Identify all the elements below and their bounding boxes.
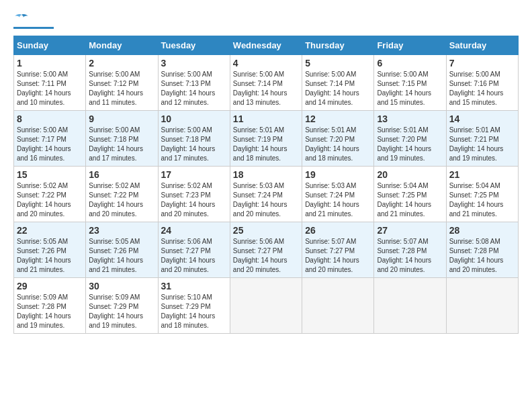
logo — [13, 13, 54, 29]
logo-underline — [13, 27, 54, 29]
day-info: Sunrise: 5:03 AM Sunset: 7:24 PM Dayligh… — [233, 181, 299, 219]
calendar-table: SundayMondayTuesdayWednesdayThursdayFrid… — [13, 36, 519, 334]
day-info: Sunrise: 5:00 AM Sunset: 7:18 PM Dayligh… — [89, 126, 154, 163]
day-number: 3 — [161, 58, 227, 68]
calendar-cell: 17 Sunrise: 5:02 AM Sunset: 7:23 PM Dayl… — [158, 167, 230, 222]
day-info: Sunrise: 5:00 AM Sunset: 7:15 PM Dayligh… — [377, 70, 443, 107]
day-info: Sunrise: 5:00 AM Sunset: 7:14 PM Dayligh… — [233, 70, 299, 107]
calendar-cell: 6 Sunrise: 5:00 AM Sunset: 7:15 PM Dayli… — [374, 55, 446, 111]
day-number: 14 — [449, 113, 515, 124]
day-info: Sunrise: 5:00 AM Sunset: 7:11 PM Dayligh… — [17, 70, 83, 107]
calendar-cell: 10 Sunrise: 5:00 AM Sunset: 7:18 PM Dayl… — [158, 111, 230, 167]
logo-bird-icon — [14, 13, 29, 26]
day-info: Sunrise: 5:01 AM Sunset: 7:20 PM Dayligh… — [377, 126, 443, 163]
calendar-cell: 22 Sunrise: 5:05 AM Sunset: 7:26 PM Dayl… — [14, 222, 86, 278]
day-info: Sunrise: 5:05 AM Sunset: 7:26 PM Dayligh… — [17, 237, 83, 275]
calendar-cell: 28 Sunrise: 5:08 AM Sunset: 7:28 PM Dayl… — [446, 222, 518, 278]
day-number: 18 — [233, 169, 299, 180]
day-number: 6 — [377, 58, 443, 68]
calendar-week-1: 1 Sunrise: 5:00 AM Sunset: 7:11 PM Dayli… — [14, 55, 519, 111]
day-number: 1 — [17, 58, 83, 68]
day-number: 10 — [161, 113, 227, 124]
calendar-cell: 15 Sunrise: 5:02 AM Sunset: 7:22 PM Dayl… — [14, 167, 86, 222]
day-number: 16 — [89, 169, 154, 180]
day-info: Sunrise: 5:04 AM Sunset: 7:25 PM Dayligh… — [449, 181, 515, 219]
day-info: Sunrise: 5:02 AM Sunset: 7:22 PM Dayligh… — [89, 181, 154, 219]
calendar-cell — [374, 278, 446, 334]
day-info: Sunrise: 5:00 AM Sunset: 7:18 PM Dayligh… — [161, 126, 227, 163]
day-number: 23 — [89, 225, 154, 236]
calendar-header-thursday: Thursday — [302, 36, 374, 55]
calendar-cell: 5 Sunrise: 5:00 AM Sunset: 7:14 PM Dayli… — [302, 55, 374, 111]
calendar-cell: 9 Sunrise: 5:00 AM Sunset: 7:18 PM Dayli… — [86, 111, 158, 167]
calendar-cell: 4 Sunrise: 5:00 AM Sunset: 7:14 PM Dayli… — [230, 55, 302, 111]
day-number: 17 — [161, 169, 227, 180]
calendar-week-3: 15 Sunrise: 5:02 AM Sunset: 7:22 PM Dayl… — [14, 167, 519, 222]
calendar-cell: 7 Sunrise: 5:00 AM Sunset: 7:16 PM Dayli… — [446, 55, 518, 111]
day-info: Sunrise: 5:09 AM Sunset: 7:28 PM Dayligh… — [17, 293, 83, 330]
calendar-cell: 26 Sunrise: 5:07 AM Sunset: 7:27 PM Dayl… — [302, 222, 374, 278]
day-number: 9 — [89, 113, 154, 124]
day-info: Sunrise: 5:01 AM Sunset: 7:20 PM Dayligh… — [305, 126, 371, 163]
calendar-cell: 1 Sunrise: 5:00 AM Sunset: 7:11 PM Dayli… — [14, 55, 86, 111]
calendar-cell: 13 Sunrise: 5:01 AM Sunset: 7:20 PM Dayl… — [374, 111, 446, 167]
calendar-week-2: 8 Sunrise: 5:00 AM Sunset: 7:17 PM Dayli… — [14, 111, 519, 167]
calendar-cell: 16 Sunrise: 5:02 AM Sunset: 7:22 PM Dayl… — [86, 167, 158, 222]
calendar-cell: 14 Sunrise: 5:01 AM Sunset: 7:21 PM Dayl… — [446, 111, 518, 167]
calendar-week-4: 22 Sunrise: 5:05 AM Sunset: 7:26 PM Dayl… — [14, 222, 519, 278]
calendar-cell: 12 Sunrise: 5:01 AM Sunset: 7:20 PM Dayl… — [302, 111, 374, 167]
day-info: Sunrise: 5:04 AM Sunset: 7:25 PM Dayligh… — [377, 181, 443, 219]
day-number: 25 — [233, 225, 299, 236]
calendar-cell: 20 Sunrise: 5:04 AM Sunset: 7:25 PM Dayl… — [374, 167, 446, 222]
calendar-cell: 18 Sunrise: 5:03 AM Sunset: 7:24 PM Dayl… — [230, 167, 302, 222]
calendar-header-monday: Monday — [86, 36, 158, 55]
day-number: 12 — [305, 113, 371, 124]
calendar-week-5: 29 Sunrise: 5:09 AM Sunset: 7:28 PM Dayl… — [14, 278, 519, 334]
page-header — [13, 13, 519, 29]
calendar-cell: 25 Sunrise: 5:06 AM Sunset: 7:27 PM Dayl… — [230, 222, 302, 278]
calendar-header-wednesday: Wednesday — [230, 36, 302, 55]
day-info: Sunrise: 5:06 AM Sunset: 7:27 PM Dayligh… — [161, 237, 227, 275]
day-info: Sunrise: 5:02 AM Sunset: 7:23 PM Dayligh… — [161, 181, 227, 219]
calendar-cell: 30 Sunrise: 5:09 AM Sunset: 7:29 PM Dayl… — [86, 278, 158, 334]
day-info: Sunrise: 5:01 AM Sunset: 7:21 PM Dayligh… — [449, 126, 515, 163]
calendar-cell: 19 Sunrise: 5:03 AM Sunset: 7:24 PM Dayl… — [302, 167, 374, 222]
day-number: 4 — [233, 58, 299, 68]
calendar-cell: 11 Sunrise: 5:01 AM Sunset: 7:19 PM Dayl… — [230, 111, 302, 167]
day-info: Sunrise: 5:10 AM Sunset: 7:29 PM Dayligh… — [161, 293, 227, 330]
day-number: 27 — [377, 225, 443, 236]
day-number: 31 — [161, 281, 227, 291]
day-info: Sunrise: 5:09 AM Sunset: 7:29 PM Dayligh… — [89, 293, 154, 330]
day-info: Sunrise: 5:00 AM Sunset: 7:16 PM Dayligh… — [449, 70, 515, 107]
calendar-cell: 24 Sunrise: 5:06 AM Sunset: 7:27 PM Dayl… — [158, 222, 230, 278]
calendar-cell: 23 Sunrise: 5:05 AM Sunset: 7:26 PM Dayl… — [86, 222, 158, 278]
day-number: 21 — [449, 169, 515, 180]
day-info: Sunrise: 5:00 AM Sunset: 7:17 PM Dayligh… — [17, 126, 83, 163]
day-info: Sunrise: 5:01 AM Sunset: 7:19 PM Dayligh… — [233, 126, 299, 163]
day-number: 20 — [377, 169, 443, 180]
day-number: 22 — [17, 225, 83, 236]
calendar-cell — [446, 278, 518, 334]
day-number: 5 — [305, 58, 371, 68]
calendar-cell — [302, 278, 374, 334]
day-number: 2 — [89, 58, 154, 68]
day-info: Sunrise: 5:02 AM Sunset: 7:22 PM Dayligh… — [17, 181, 83, 219]
day-info: Sunrise: 5:00 AM Sunset: 7:12 PM Dayligh… — [89, 70, 154, 107]
day-info: Sunrise: 5:05 AM Sunset: 7:26 PM Dayligh… — [89, 237, 154, 275]
day-number: 7 — [449, 58, 515, 68]
calendar-cell — [230, 278, 302, 334]
calendar-cell: 29 Sunrise: 5:09 AM Sunset: 7:28 PM Dayl… — [14, 278, 86, 334]
calendar-cell: 21 Sunrise: 5:04 AM Sunset: 7:25 PM Dayl… — [446, 167, 518, 222]
header-row: SundayMondayTuesdayWednesdayThursdayFrid… — [14, 36, 519, 55]
calendar-cell: 2 Sunrise: 5:00 AM Sunset: 7:12 PM Dayli… — [86, 55, 158, 111]
calendar-header-sunday: Sunday — [14, 36, 86, 55]
day-info: Sunrise: 5:00 AM Sunset: 7:13 PM Dayligh… — [161, 70, 227, 107]
calendar-header-friday: Friday — [374, 36, 446, 55]
day-number: 11 — [233, 113, 299, 124]
day-number: 28 — [449, 225, 515, 236]
day-info: Sunrise: 5:08 AM Sunset: 7:28 PM Dayligh… — [449, 237, 515, 275]
day-info: Sunrise: 5:03 AM Sunset: 7:24 PM Dayligh… — [305, 181, 371, 219]
day-info: Sunrise: 5:07 AM Sunset: 7:28 PM Dayligh… — [377, 237, 443, 275]
calendar-cell: 8 Sunrise: 5:00 AM Sunset: 7:17 PM Dayli… — [14, 111, 86, 167]
day-info: Sunrise: 5:00 AM Sunset: 7:14 PM Dayligh… — [305, 70, 371, 107]
